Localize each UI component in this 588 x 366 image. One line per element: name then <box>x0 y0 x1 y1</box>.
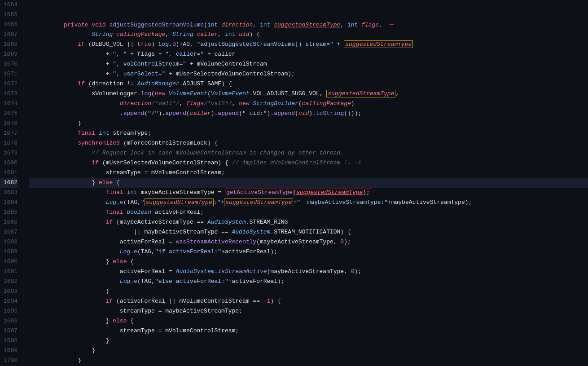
line-num-1676: 1676 <box>0 119 18 128</box>
line-num-1690: 1690 <box>0 257 18 267</box>
line-num-1695: 1695 <box>0 306 18 316</box>
line-number-gutter: 1664 1665 1666 1667 1668 1669 1670 1671 … <box>0 0 23 366</box>
code-line-1699: } <box>29 346 588 356</box>
line-num-1678: 1678 <box>0 138 18 148</box>
code-line-1676: final int streamType; <box>29 119 588 128</box>
line-num-1686: 1686 <box>0 217 18 227</box>
line-num-1671: 1671 <box>0 69 18 79</box>
line-num-1697: 1697 <box>0 326 18 336</box>
code-line-1665: private void adjustSuggestedStreamVolume… <box>29 10 588 20</box>
line-num-1673: 1673 <box>0 89 18 99</box>
line-num-1693: 1693 <box>0 287 18 296</box>
line-num-1682: 1682 <box>0 178 18 188</box>
line-num-1689: 1689 <box>0 247 18 257</box>
code-line-1664 <box>29 0 588 10</box>
line-num-1672: 1672 <box>0 79 18 89</box>
line-num-1694: 1694 <box>0 296 18 306</box>
line-num-1687: 1687 <box>0 227 18 237</box>
line-num-1681: 1681 <box>0 168 18 178</box>
code-line-1693: if (activeForReal || mVolumeControlStrea… <box>29 287 588 296</box>
line-num-1696: 1696 <box>0 316 18 326</box>
line-num-1691: 1691 <box>0 267 18 277</box>
line-num-1699: 1699 <box>0 346 18 356</box>
line-num-1674: 1674 <box>0 99 18 109</box>
line-num-1700: 1700 <box>0 356 18 366</box>
line-num-1683: 1683 <box>0 188 18 198</box>
code-line-1698: } <box>29 336 588 346</box>
line-num-1692: 1692 <box>0 277 18 287</box>
code-lines: private void adjustSuggestedStreamVolume… <box>23 0 588 366</box>
line-num-1667: 1667 <box>0 30 18 40</box>
line-num-1677: 1677 <box>0 128 18 138</box>
line-num-1684: 1684 <box>0 198 18 207</box>
line-num-1679: 1679 <box>0 148 18 158</box>
line-num-1698: 1698 <box>0 336 18 346</box>
line-num-1675: 1675 <box>0 109 18 119</box>
line-num-1669: 1669 <box>0 49 18 59</box>
line-num-1668: 1668 <box>0 40 18 49</box>
line-num-1688: 1688 <box>0 237 18 247</box>
line-num-1685: 1685 <box>0 207 18 217</box>
line-num-1666: 1666 <box>0 20 18 30</box>
code-editor: 1664 1665 1666 1667 1668 1669 1670 1671 … <box>0 0 588 366</box>
line-num-1670: 1670 <box>0 59 18 69</box>
line-num-1665: 1665 <box>0 10 18 20</box>
code-line-1700 <box>29 356 588 366</box>
line-num-1664: 1664 <box>0 0 18 10</box>
line-num-1680: 1680 <box>0 158 18 168</box>
